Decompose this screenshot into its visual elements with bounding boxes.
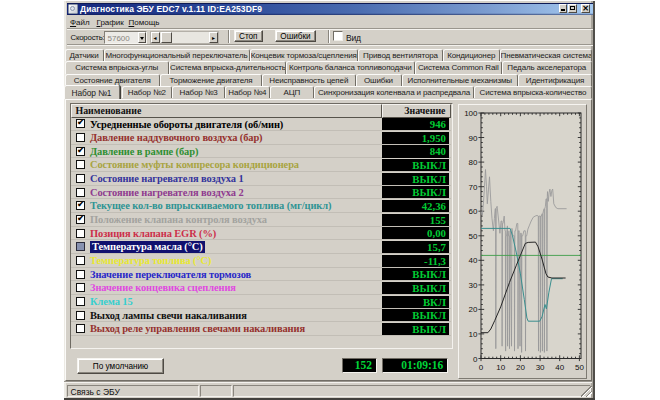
svg-text:70: 70 xyxy=(468,182,477,191)
svg-text:50: 50 xyxy=(574,363,583,372)
svg-text:90: 90 xyxy=(468,133,477,142)
svg-text:0: 0 xyxy=(473,354,478,363)
svg-text:80: 80 xyxy=(468,158,477,167)
svg-text:50: 50 xyxy=(468,231,477,240)
svg-text:100: 100 xyxy=(464,109,478,118)
svg-text:20: 20 xyxy=(515,363,524,372)
svg-text:10: 10 xyxy=(496,363,505,372)
svg-text:20: 20 xyxy=(468,305,477,314)
svg-text:30: 30 xyxy=(468,280,477,289)
svg-text:10: 10 xyxy=(468,329,477,338)
svg-text:40: 40 xyxy=(468,256,477,265)
svg-text:0: 0 xyxy=(478,363,483,372)
svg-text:40: 40 xyxy=(555,363,564,372)
svg-text:60: 60 xyxy=(468,207,477,216)
svg-text:30: 30 xyxy=(535,363,544,372)
